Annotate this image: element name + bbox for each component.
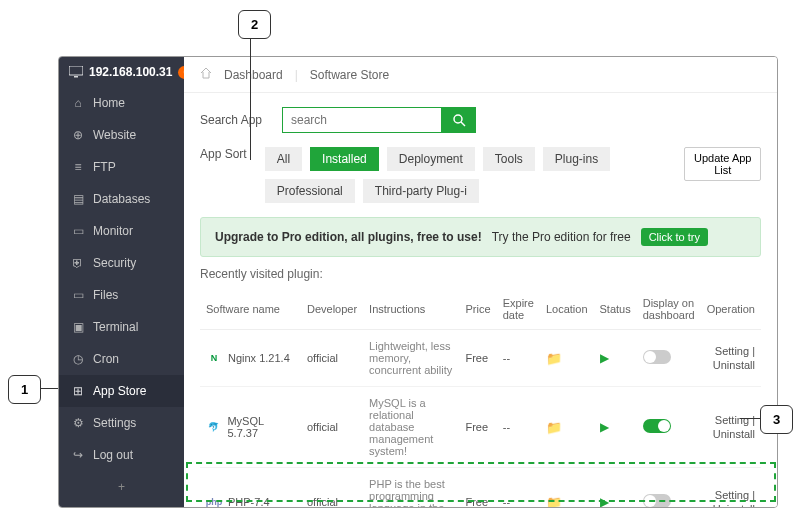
breadcrumb: Dashboard | Software Store xyxy=(184,57,777,93)
search-button[interactable] xyxy=(442,107,476,133)
svg-rect-1 xyxy=(74,76,78,78)
sidebar-item-home[interactable]: ⌂Home xyxy=(59,87,184,119)
update-app-list-button[interactable]: Update App List xyxy=(684,147,761,181)
sidebar-item-label: Files xyxy=(93,288,118,302)
status-running-icon[interactable]: ▶ xyxy=(600,495,609,507)
svg-rect-0 xyxy=(69,66,83,75)
tab-professional[interactable]: Professional xyxy=(265,179,355,203)
developer: official xyxy=(301,468,363,508)
search-label: Search App xyxy=(200,113,270,127)
instructions: PHP is the best programming language in … xyxy=(363,468,459,508)
sidebar-item-settings[interactable]: ⚙Settings xyxy=(59,407,184,439)
status-running-icon[interactable]: ▶ xyxy=(600,420,609,434)
banner-text-2: Try the Pro edition for free xyxy=(492,230,631,244)
instructions: MySQL is a relational database managemen… xyxy=(363,387,459,468)
sidebar-icon: ⊞ xyxy=(71,384,85,398)
software-table: Software nameDeveloperInstructionsPriceE… xyxy=(200,289,761,507)
recent-label: Recently visited plugin: xyxy=(200,267,761,281)
sidebar-item-security[interactable]: ⛨Security xyxy=(59,247,184,279)
sidebar-header: 192.168.100.31 0 xyxy=(59,57,184,87)
banner-text-1: Upgrade to Pro edition, all plugins, fre… xyxy=(215,230,482,244)
tab-third-party-plug-i[interactable]: Third-party Plug-i xyxy=(363,179,479,203)
sidebar-item-ftp[interactable]: ≡FTP xyxy=(59,151,184,183)
sidebar-item-website[interactable]: ⊕Website xyxy=(59,119,184,151)
software-name[interactable]: Nginx 1.21.4 xyxy=(228,352,290,364)
sidebar-icon: ⛨ xyxy=(71,256,85,270)
server-ip: 192.168.100.31 xyxy=(89,65,172,79)
sidebar-item-label: Cron xyxy=(93,352,119,366)
developer: official xyxy=(301,387,363,468)
folder-icon[interactable]: 📁 xyxy=(546,420,562,435)
sidebar-item-cron[interactable]: ◷Cron xyxy=(59,343,184,375)
tab-tools[interactable]: Tools xyxy=(483,147,535,171)
sort-tabs: AllInstalledDeploymentToolsPlug-insProfe… xyxy=(265,147,693,203)
sidebar-item-databases[interactable]: ▤Databases xyxy=(59,183,184,215)
display-toggle[interactable] xyxy=(643,419,671,433)
price: Free xyxy=(459,387,496,468)
expire-date: -- xyxy=(497,468,540,508)
setting-link[interactable]: Setting xyxy=(715,345,749,357)
col-header: Instructions xyxy=(363,289,459,330)
sidebar-icon: ⌂ xyxy=(71,96,85,110)
col-header: Status xyxy=(594,289,637,330)
sort-label: App Sort xyxy=(200,147,253,161)
home-icon xyxy=(200,67,212,82)
callout-2: 2 xyxy=(238,10,271,39)
folder-icon[interactable]: 📁 xyxy=(546,351,562,366)
table-row: NNginx 1.21.4officialLightweight, less m… xyxy=(200,330,761,387)
sidebar-item-monitor[interactable]: ▭Monitor xyxy=(59,215,184,247)
col-header: Software name xyxy=(200,289,301,330)
search-input[interactable] xyxy=(282,107,442,133)
breadcrumb-dashboard[interactable]: Dashboard xyxy=(224,68,283,82)
uninstall-link[interactable]: Uninstall xyxy=(713,359,755,371)
search-icon xyxy=(452,113,466,127)
sidebar-icon: ▤ xyxy=(71,192,85,206)
software-name[interactable]: MySQL 5.7.37 xyxy=(227,415,295,439)
tab-all[interactable]: All xyxy=(265,147,302,171)
sidebar-item-label: FTP xyxy=(93,160,116,174)
sidebar-item-label: Home xyxy=(93,96,125,110)
monitor-icon xyxy=(69,65,83,79)
callout-3: 3 xyxy=(760,405,793,434)
tab-installed[interactable]: Installed xyxy=(310,147,379,171)
app-icon: 🐬 xyxy=(206,419,221,435)
sidebar-item-files[interactable]: ▭Files xyxy=(59,279,184,311)
breadcrumb-software-store: Software Store xyxy=(310,68,389,82)
sidebar-icon: ▣ xyxy=(71,320,85,334)
setting-link[interactable]: Setting xyxy=(715,414,749,426)
price: Free xyxy=(459,330,496,387)
uninstall-link[interactable]: Uninstall xyxy=(713,503,755,507)
display-toggle[interactable] xyxy=(643,494,671,507)
sidebar-item-label: Terminal xyxy=(93,320,138,334)
price: Free xyxy=(459,468,496,508)
app-icon: N xyxy=(206,350,222,366)
sidebar-icon: ▭ xyxy=(71,224,85,238)
app-icon: php xyxy=(206,494,222,507)
sidebar-item-label: Log out xyxy=(93,448,133,462)
col-header: Price xyxy=(459,289,496,330)
sidebar-add[interactable]: + xyxy=(59,471,184,503)
software-name[interactable]: PHP-7.4 xyxy=(228,496,270,507)
folder-icon[interactable]: 📁 xyxy=(546,495,562,508)
tab-plug-ins[interactable]: Plug-ins xyxy=(543,147,610,171)
tab-deployment[interactable]: Deployment xyxy=(387,147,475,171)
expire-date: -- xyxy=(497,330,540,387)
setting-link[interactable]: Setting xyxy=(715,489,749,501)
col-header: Display on dashboard xyxy=(637,289,701,330)
sidebar-item-app-store[interactable]: ⊞App Store xyxy=(59,375,184,407)
main-panel: Dashboard | Software Store Search App Ap… xyxy=(184,57,777,507)
col-header: Operation xyxy=(701,289,761,330)
sidebar-item-terminal[interactable]: ▣Terminal xyxy=(59,311,184,343)
click-to-try-button[interactable]: Click to try xyxy=(641,228,708,246)
sidebar-item-log-out[interactable]: ↪Log out xyxy=(59,439,184,471)
expire-date: -- xyxy=(497,387,540,468)
display-toggle[interactable] xyxy=(643,350,671,364)
instructions: Lightweight, less memory, concurrent abi… xyxy=(363,330,459,387)
uninstall-link[interactable]: Uninstall xyxy=(713,428,755,440)
svg-line-3 xyxy=(461,122,465,126)
sidebar-icon: ≡ xyxy=(71,160,85,174)
sidebar-item-label: App Store xyxy=(93,384,146,398)
sidebar: 192.168.100.31 0 ⌂Home⊕Website≡FTP▤Datab… xyxy=(59,57,184,507)
sidebar-icon: ⊕ xyxy=(71,128,85,142)
status-running-icon[interactable]: ▶ xyxy=(600,351,609,365)
